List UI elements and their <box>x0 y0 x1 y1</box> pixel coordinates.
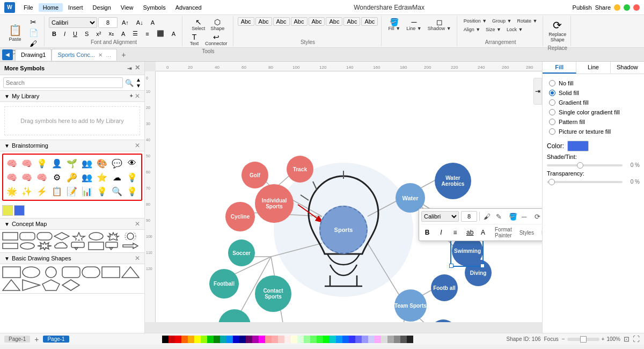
style-item[interactable]: Abc <box>273 17 290 26</box>
circle-shape[interactable] <box>88 232 104 241</box>
bs-color-item-0[interactable] <box>2 205 13 216</box>
color-orchid[interactable] <box>375 336 381 343</box>
node-diving[interactable]: Diving <box>465 259 492 286</box>
font-size-input[interactable] <box>98 17 118 28</box>
lock-btn[interactable]: Lock ▼ <box>504 26 525 33</box>
color-salmon[interactable] <box>272 336 278 343</box>
close-btn[interactable] <box>633 4 640 11</box>
color-green[interactable] <box>207 336 214 343</box>
bs-icon-25[interactable]: 🔍 <box>111 185 123 198</box>
basic-roundrect[interactable] <box>62 266 80 278</box>
chat2-shape[interactable] <box>105 242 121 250</box>
node-basketball[interactable]: Basketball <box>218 309 251 322</box>
align-btn[interactable]: ≡ <box>142 30 152 38</box>
sports-tab-close[interactable]: ✕ <box>98 52 103 58</box>
search-input[interactable] <box>3 77 123 88</box>
style-item[interactable]: Abc <box>326 17 342 26</box>
spiky-shape[interactable] <box>105 232 121 241</box>
transparency-slider-track[interactable] <box>547 181 623 183</box>
bs-icon-17[interactable]: 💡 <box>126 171 138 184</box>
bs-icon-13[interactable]: 🔑 <box>65 171 78 184</box>
color-charcoal[interactable] <box>407 336 413 343</box>
bs-icon-24[interactable]: 💡 <box>96 185 108 198</box>
replace-shape-btn[interactable]: ⟳ Replace Shape <box>548 17 567 44</box>
list-btn[interactable]: ☰ <box>129 29 141 38</box>
node-sports-center[interactable]: Sports <box>319 206 368 254</box>
color-lavender[interactable] <box>362 336 368 343</box>
search-icon[interactable]: 🔍 <box>125 79 134 87</box>
oval-shape[interactable] <box>19 242 35 250</box>
scroll-up-btn[interactable]: ▲ <box>136 77 141 83</box>
add-library-btn[interactable]: + <box>130 92 133 100</box>
node-team-sports[interactable]: Team Sports <box>394 289 427 322</box>
bs-icon-0[interactable]: 🧠 <box>5 157 18 170</box>
drawing1-tab[interactable]: Drawing1 <box>15 49 52 61</box>
expand-symbols-btn[interactable]: ⇥ <box>125 64 134 72</box>
ft-color-btn[interactable]: A <box>477 228 489 237</box>
align-btn[interactable]: Align ▼ <box>462 26 482 33</box>
shadow-btn[interactable]: ◻ Shadow ▼ <box>426 17 453 32</box>
underline-btn[interactable]: U <box>70 30 80 38</box>
add-tab-btn[interactable]: + <box>117 49 130 60</box>
fill-btn[interactable]: 🪣 Fill ▼ <box>386 17 402 32</box>
node-football2[interactable]: Footb all <box>431 274 458 301</box>
node-contact-sports[interactable]: Contact Sports <box>255 275 291 312</box>
bs-icon-2[interactable]: 💡 <box>35 157 48 170</box>
color-lime[interactable] <box>201 336 207 343</box>
basic-shapes-header[interactable]: ▼ Basic Drawing Shapes ✕ <box>0 253 144 264</box>
group-btn[interactable]: Group ▼ <box>490 17 514 25</box>
ft-format-icon-2[interactable]: ✎ <box>495 211 506 222</box>
page-1-inactive[interactable]: Page-1 <box>4 336 30 343</box>
pattern-fill-option[interactable]: Pattern fill <box>547 117 640 127</box>
close-brainstorm-btn[interactable]: ✕ <box>135 142 140 149</box>
color-cornblue[interactable] <box>342 336 349 343</box>
sports-tab[interactable]: Sports Conc... ✕ … <box>52 49 117 61</box>
scroll-down-btn[interactable]: ▼ <box>136 83 141 89</box>
brainstorm-header[interactable]: ▼ Brainstorming ✕ <box>0 140 144 151</box>
focus-btn[interactable]: Focus <box>544 336 559 342</box>
format-painter-btn[interactable]: 🖌 <box>26 39 41 48</box>
close-symbols-btn[interactable]: ✕ <box>135 64 140 72</box>
basic-circle[interactable] <box>42 266 61 278</box>
menu-home[interactable]: Home <box>39 3 63 12</box>
color-magenta[interactable] <box>252 336 259 343</box>
bs-icon-4[interactable]: 🌱 <box>65 157 78 170</box>
bs-icon-20[interactable]: ⚡ <box>35 185 48 198</box>
no-fill-option[interactable]: No fill <box>547 78 640 88</box>
color-pure-green[interactable] <box>323 336 330 343</box>
connector-btn[interactable]: ↩ Connector <box>203 32 230 47</box>
color-black[interactable] <box>162 336 169 343</box>
superscript-btn[interactable]: x² <box>93 30 104 38</box>
chat-shape[interactable] <box>71 242 87 250</box>
bs-icon-16[interactable]: ☁ <box>111 171 123 184</box>
color-blush[interactable] <box>284 336 291 343</box>
node-football[interactable]: Football <box>209 269 239 299</box>
basic-rect2[interactable] <box>101 266 120 278</box>
bold-btn[interactable]: B <box>49 30 60 38</box>
color-picker[interactable] <box>567 141 589 151</box>
diamond-shape[interactable] <box>54 232 70 241</box>
style-item[interactable]: Abc <box>309 17 325 26</box>
style-item[interactable]: Abc <box>238 17 254 26</box>
canvas[interactable]: Sports Individual Sports Golf Track Cycl… <box>156 71 542 322</box>
rect-shape[interactable] <box>2 232 18 241</box>
my-library-header[interactable]: ▼ My Library + ✕ <box>0 91 144 102</box>
color-darkblue[interactable] <box>239 336 246 343</box>
style-item[interactable]: Abc <box>343 17 360 26</box>
bs-icon-22[interactable]: 📝 <box>65 185 78 198</box>
style-item[interactable]: Abc <box>361 17 378 26</box>
font-shrink-btn[interactable]: A↓ <box>133 18 147 27</box>
expand-panel-btn[interactable]: ◀ <box>2 49 13 60</box>
basic-tri3[interactable] <box>22 279 41 291</box>
color-lightpink[interactable] <box>265 336 272 343</box>
color-orange[interactable] <box>181 336 188 343</box>
bs-icon-18[interactable]: 🌟 <box>5 185 18 198</box>
arrow-shape[interactable] <box>122 242 138 250</box>
color-gray[interactable] <box>387 336 394 343</box>
ft-format-icon-5[interactable]: ⟳ <box>533 211 542 222</box>
bs-icon-12[interactable]: ⚙ <box>50 171 63 184</box>
color-purple[interactable] <box>246 336 252 343</box>
color-palegreen[interactable] <box>304 336 310 343</box>
ft-bold-btn[interactable]: B <box>421 228 433 237</box>
menu-design[interactable]: Design <box>89 3 115 12</box>
